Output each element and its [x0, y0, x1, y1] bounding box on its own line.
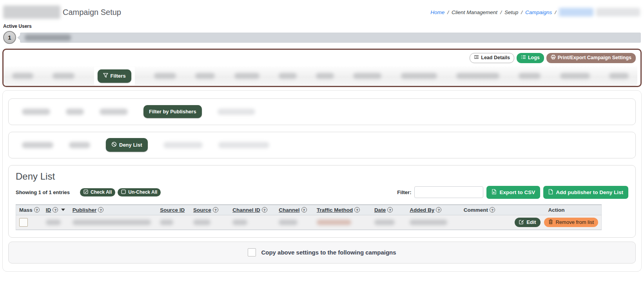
active-users-count-badge: 1: [3, 31, 16, 44]
col-action: Action: [512, 205, 601, 215]
help-icon[interactable]: [262, 207, 267, 213]
tab-filters-label: Filters: [111, 73, 126, 79]
help-icon[interactable]: [436, 207, 441, 213]
tab-redacted[interactable]: [195, 73, 215, 79]
breadcrumb-home[interactable]: Home: [430, 9, 444, 15]
uncheck-all-button[interactable]: Un-Check All: [118, 188, 161, 196]
copy-settings-checkbox[interactable]: [248, 248, 256, 256]
nav-item-redacted[interactable]: [66, 109, 84, 115]
active-users-label: Active Users: [3, 24, 641, 29]
breadcrumb: Home / Client Management / Setup / Campa…: [430, 8, 640, 16]
redacted-id: [46, 220, 61, 225]
help-icon[interactable]: [34, 207, 40, 213]
deny-list-tab-button[interactable]: Deny List: [106, 138, 148, 152]
checkbox-checked-icon: [83, 189, 88, 195]
lead-details-icon: [474, 55, 479, 62]
print-export-label: Print/Export Campaign Settings: [558, 55, 631, 61]
col-comment: Comment: [461, 205, 512, 215]
col-publisher[interactable]: Publisher: [69, 205, 157, 215]
campaign-setup-page: Campaign Setup Home / Client Management …: [0, 0, 644, 300]
nav-item-redacted[interactable]: [22, 142, 53, 148]
redacted-source-id: [160, 220, 173, 225]
nav-item-redacted[interactable]: [163, 142, 203, 148]
active-users-bar-notch: [17, 35, 20, 40]
tab-redacted[interactable]: [456, 73, 499, 79]
breadcrumb-separator: /: [447, 9, 449, 15]
list-icon: [521, 55, 526, 62]
copy-settings-label: Copy above settings to the following cam…: [261, 249, 396, 256]
breadcrumb-client-management: Client Management: [452, 9, 497, 15]
tab-redacted[interactable]: [316, 73, 334, 79]
col-source-id[interactable]: Source ID: [157, 205, 190, 215]
tab-redacted[interactable]: [609, 73, 629, 79]
active-users-section: Active Users 1: [0, 21, 644, 44]
col-channel[interactable]: Channel: [276, 205, 314, 215]
funnel-icon: [103, 73, 108, 79]
help-icon[interactable]: [98, 207, 103, 213]
tab-redacted[interactable]: [560, 73, 590, 79]
deny-list-nav: Deny List: [8, 132, 636, 158]
help-icon[interactable]: [213, 207, 218, 213]
filter-by-publishers-label: Filter by Publishers: [149, 109, 196, 115]
filter-label: Filter:: [397, 189, 411, 195]
edit-pencil-icon: [519, 219, 524, 225]
col-traffic-method[interactable]: Traffic Method: [314, 205, 371, 215]
tab-redacted[interactable]: [401, 73, 437, 79]
tab-redacted[interactable]: [234, 73, 259, 79]
redacted-channel: [279, 220, 298, 225]
active-users-bar: [20, 33, 641, 43]
redacted-channel-id: [232, 220, 247, 225]
help-icon[interactable]: [490, 207, 495, 213]
deny-list-filter-input[interactable]: [414, 186, 483, 198]
remove-from-list-button[interactable]: Remove from list: [544, 218, 598, 227]
breadcrumb-separator: /: [555, 9, 556, 15]
print-export-button[interactable]: Print/Export Campaign Settings: [546, 53, 636, 63]
breadcrumb-separator: /: [500, 9, 502, 15]
redacted-breadcrumb-link[interactable]: [559, 8, 593, 16]
breadcrumb-campaigns[interactable]: Campaigns: [525, 9, 552, 15]
add-publisher-button[interactable]: Add publisher to Deny List: [543, 186, 628, 199]
redacted-active-user-name: [25, 35, 71, 41]
tab-redacted[interactable]: [154, 73, 176, 79]
nav-item-redacted[interactable]: [69, 142, 90, 148]
help-icon[interactable]: [53, 207, 58, 213]
checkbox-empty-icon: [121, 189, 126, 195]
help-icon[interactable]: [387, 207, 393, 213]
col-date[interactable]: Date: [371, 205, 406, 215]
nav-item-redacted[interactable]: [218, 109, 255, 115]
printer-icon: [551, 55, 556, 62]
ban-icon: [111, 142, 117, 148]
check-all-button[interactable]: Check All: [80, 188, 115, 196]
edit-button[interactable]: Edit: [515, 218, 541, 227]
entries-count-text: Showing 1 of 1 entries: [16, 189, 70, 195]
tab-redacted[interactable]: [12, 73, 33, 79]
nav-item-redacted[interactable]: [218, 142, 269, 148]
row-checkbox[interactable]: [19, 218, 28, 227]
deny-list-table: Mass ID Publisher Source ID Source Chann…: [16, 204, 602, 230]
col-source[interactable]: Source: [190, 205, 229, 215]
redacted-date: [374, 220, 395, 225]
tab-redacted[interactable]: [519, 73, 541, 79]
tab-redacted[interactable]: [53, 73, 74, 79]
tab-filters-active-wrap: Filters: [94, 67, 135, 85]
tab-redacted[interactable]: [279, 73, 297, 79]
col-channel-id[interactable]: Channel ID: [229, 205, 276, 215]
nav-item-redacted[interactable]: [100, 109, 128, 115]
publisher-filter-nav: Filter by Publishers: [8, 98, 636, 125]
campaign-panel: Lead Details Logs Print/Export Campaign …: [2, 49, 642, 87]
col-id[interactable]: ID: [43, 205, 69, 215]
help-icon[interactable]: [301, 207, 307, 213]
tab-filters[interactable]: Filters: [98, 69, 131, 83]
export-csv-button[interactable]: Export to CSV: [486, 186, 540, 199]
col-added-by[interactable]: Added By: [406, 205, 461, 215]
deny-list-controls: Showing 1 of 1 entries Check All Un-Chec…: [16, 186, 628, 199]
filter-by-publishers-button[interactable]: Filter by Publishers: [143, 105, 202, 118]
tab-redacted[interactable]: [353, 73, 381, 79]
nav-item-redacted[interactable]: [22, 109, 50, 115]
page-title: Campaign Setup: [63, 8, 121, 17]
help-icon[interactable]: [354, 207, 360, 213]
lead-details-button[interactable]: Lead Details: [470, 53, 514, 63]
logs-button[interactable]: Logs: [517, 53, 544, 63]
edit-label: Edit: [526, 219, 536, 225]
export-csv-label: Export to CSV: [499, 189, 535, 195]
